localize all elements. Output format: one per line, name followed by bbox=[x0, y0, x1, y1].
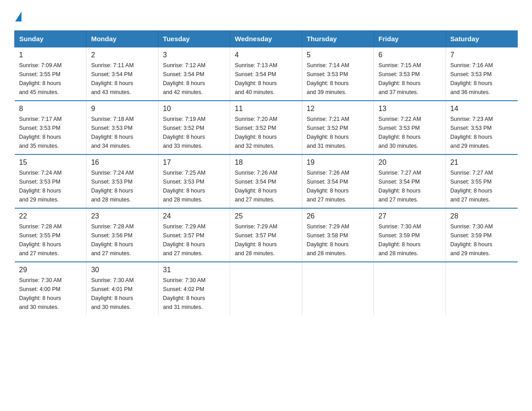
calendar-week-row: 15Sunrise: 7:24 AMSunset: 3:53 PMDayligh… bbox=[15, 154, 518, 208]
calendar-cell: 8Sunrise: 7:17 AMSunset: 3:53 PMDaylight… bbox=[15, 101, 86, 154]
calendar-cell: 29Sunrise: 7:30 AMSunset: 4:00 PMDayligh… bbox=[15, 262, 86, 315]
day-number: 13 bbox=[378, 105, 441, 113]
day-number: 15 bbox=[19, 158, 82, 167]
weekday-header-friday: Friday bbox=[374, 31, 446, 47]
day-info: Sunrise: 7:09 AMSunset: 3:55 PMDaylight:… bbox=[19, 62, 62, 95]
day-info: Sunrise: 7:30 AMSunset: 4:00 PMDaylight:… bbox=[19, 277, 62, 310]
calendar-cell: 26Sunrise: 7:29 AMSunset: 3:58 PMDayligh… bbox=[302, 208, 373, 262]
calendar-cell: 16Sunrise: 7:24 AMSunset: 3:53 PMDayligh… bbox=[86, 154, 158, 208]
calendar-cell: 28Sunrise: 7:30 AMSunset: 3:59 PMDayligh… bbox=[446, 208, 517, 262]
day-number: 21 bbox=[450, 158, 513, 167]
day-number: 8 bbox=[19, 105, 82, 113]
day-info: Sunrise: 7:27 AMSunset: 3:55 PMDaylight:… bbox=[450, 170, 493, 203]
day-info: Sunrise: 7:29 AMSunset: 3:57 PMDaylight:… bbox=[235, 223, 277, 257]
calendar-cell: 2Sunrise: 7:11 AMSunset: 3:54 PMDaylight… bbox=[86, 47, 158, 101]
day-info: Sunrise: 7:29 AMSunset: 3:58 PMDaylight:… bbox=[307, 223, 349, 257]
weekday-header-saturday: Saturday bbox=[446, 31, 517, 47]
day-info: Sunrise: 7:29 AMSunset: 3:57 PMDaylight:… bbox=[163, 223, 206, 257]
calendar-table: SundayMondayTuesdayWednesdayThursdayFrid… bbox=[14, 30, 518, 315]
day-number: 16 bbox=[91, 158, 153, 167]
day-number: 7 bbox=[450, 51, 513, 59]
day-info: Sunrise: 7:30 AMSunset: 3:59 PMDaylight:… bbox=[378, 223, 421, 257]
day-info: Sunrise: 7:19 AMSunset: 3:52 PMDaylight:… bbox=[163, 116, 206, 149]
day-info: Sunrise: 7:27 AMSunset: 3:54 PMDaylight:… bbox=[378, 170, 421, 203]
day-number: 12 bbox=[307, 105, 369, 113]
weekday-header-thursday: Thursday bbox=[302, 31, 373, 47]
calendar-cell: 21Sunrise: 7:27 AMSunset: 3:55 PMDayligh… bbox=[446, 154, 517, 208]
calendar-cell: 1Sunrise: 7:09 AMSunset: 3:55 PMDaylight… bbox=[15, 47, 86, 101]
calendar-cell: 14Sunrise: 7:23 AMSunset: 3:53 PMDayligh… bbox=[446, 101, 517, 154]
calendar-cell: 13Sunrise: 7:22 AMSunset: 3:53 PMDayligh… bbox=[374, 101, 446, 154]
logo bbox=[14, 11, 21, 21]
day-info: Sunrise: 7:24 AMSunset: 3:53 PMDaylight:… bbox=[19, 170, 62, 203]
calendar-cell: 19Sunrise: 7:26 AMSunset: 3:54 PMDayligh… bbox=[302, 154, 373, 208]
day-number: 24 bbox=[163, 212, 225, 220]
day-number: 14 bbox=[450, 105, 513, 113]
calendar-cell: 24Sunrise: 7:29 AMSunset: 3:57 PMDayligh… bbox=[158, 208, 230, 262]
calendar-cell: 27Sunrise: 7:30 AMSunset: 3:59 PMDayligh… bbox=[374, 208, 446, 262]
day-number: 19 bbox=[307, 158, 369, 167]
calendar-cell: 31Sunrise: 7:30 AMSunset: 4:02 PMDayligh… bbox=[158, 262, 230, 315]
day-info: Sunrise: 7:25 AMSunset: 3:53 PMDaylight:… bbox=[163, 170, 206, 203]
calendar-week-row: 29Sunrise: 7:30 AMSunset: 4:00 PMDayligh… bbox=[15, 262, 518, 315]
page-header bbox=[14, 11, 518, 21]
day-number: 11 bbox=[235, 105, 297, 113]
day-info: Sunrise: 7:30 AMSunset: 3:59 PMDaylight:… bbox=[450, 223, 493, 257]
calendar-cell bbox=[446, 262, 517, 315]
weekday-header-sunday: Sunday bbox=[15, 31, 86, 47]
day-number: 23 bbox=[91, 212, 153, 220]
day-info: Sunrise: 7:17 AMSunset: 3:53 PMDaylight:… bbox=[19, 116, 62, 149]
calendar-cell: 3Sunrise: 7:12 AMSunset: 3:54 PMDaylight… bbox=[158, 47, 230, 101]
calendar-cell: 12Sunrise: 7:21 AMSunset: 3:52 PMDayligh… bbox=[302, 101, 373, 154]
calendar-cell: 20Sunrise: 7:27 AMSunset: 3:54 PMDayligh… bbox=[374, 154, 446, 208]
calendar-cell: 4Sunrise: 7:13 AMSunset: 3:54 PMDaylight… bbox=[230, 47, 302, 101]
day-number: 10 bbox=[163, 105, 225, 113]
day-info: Sunrise: 7:18 AMSunset: 3:53 PMDaylight:… bbox=[91, 116, 133, 149]
calendar-cell: 5Sunrise: 7:14 AMSunset: 3:53 PMDaylight… bbox=[302, 47, 373, 101]
calendar-week-row: 8Sunrise: 7:17 AMSunset: 3:53 PMDaylight… bbox=[15, 101, 518, 154]
day-info: Sunrise: 7:26 AMSunset: 3:54 PMDaylight:… bbox=[235, 170, 277, 203]
day-info: Sunrise: 7:26 AMSunset: 3:54 PMDaylight:… bbox=[307, 170, 349, 203]
calendar-cell: 23Sunrise: 7:28 AMSunset: 3:56 PMDayligh… bbox=[86, 208, 158, 262]
day-info: Sunrise: 7:11 AMSunset: 3:54 PMDaylight:… bbox=[91, 62, 133, 95]
day-info: Sunrise: 7:30 AMSunset: 4:01 PMDaylight:… bbox=[91, 277, 133, 310]
day-number: 30 bbox=[91, 266, 153, 274]
day-number: 20 bbox=[378, 158, 441, 167]
day-number: 18 bbox=[235, 158, 297, 167]
calendar-week-row: 1Sunrise: 7:09 AMSunset: 3:55 PMDaylight… bbox=[15, 47, 518, 101]
day-number: 27 bbox=[378, 212, 441, 220]
calendar-cell bbox=[374, 262, 446, 315]
calendar-cell bbox=[230, 262, 302, 315]
day-number: 5 bbox=[307, 51, 369, 59]
calendar-cell: 10Sunrise: 7:19 AMSunset: 3:52 PMDayligh… bbox=[158, 101, 230, 154]
calendar-cell: 6Sunrise: 7:15 AMSunset: 3:53 PMDaylight… bbox=[374, 47, 446, 101]
day-number: 2 bbox=[91, 51, 153, 59]
day-info: Sunrise: 7:23 AMSunset: 3:53 PMDaylight:… bbox=[450, 116, 493, 149]
day-number: 17 bbox=[163, 158, 225, 167]
logo-triangle-icon bbox=[15, 12, 21, 21]
day-number: 31 bbox=[163, 266, 225, 274]
day-info: Sunrise: 7:15 AMSunset: 3:53 PMDaylight:… bbox=[378, 62, 421, 95]
day-number: 3 bbox=[163, 51, 225, 59]
day-info: Sunrise: 7:21 AMSunset: 3:52 PMDaylight:… bbox=[307, 116, 349, 149]
day-info: Sunrise: 7:13 AMSunset: 3:54 PMDaylight:… bbox=[235, 62, 277, 95]
day-info: Sunrise: 7:12 AMSunset: 3:54 PMDaylight:… bbox=[163, 62, 206, 95]
calendar-cell bbox=[302, 262, 373, 315]
day-info: Sunrise: 7:28 AMSunset: 3:56 PMDaylight:… bbox=[91, 223, 133, 257]
day-number: 4 bbox=[235, 51, 297, 59]
day-number: 25 bbox=[235, 212, 297, 220]
calendar-cell: 18Sunrise: 7:26 AMSunset: 3:54 PMDayligh… bbox=[230, 154, 302, 208]
day-number: 29 bbox=[19, 266, 82, 274]
day-info: Sunrise: 7:24 AMSunset: 3:53 PMDaylight:… bbox=[91, 170, 133, 203]
day-number: 26 bbox=[307, 212, 369, 220]
calendar-cell: 11Sunrise: 7:20 AMSunset: 3:52 PMDayligh… bbox=[230, 101, 302, 154]
weekday-header-wednesday: Wednesday bbox=[230, 31, 302, 47]
day-number: 22 bbox=[19, 212, 82, 220]
calendar-cell: 17Sunrise: 7:25 AMSunset: 3:53 PMDayligh… bbox=[158, 154, 230, 208]
weekday-header-tuesday: Tuesday bbox=[158, 31, 230, 47]
calendar-cell: 7Sunrise: 7:16 AMSunset: 3:53 PMDaylight… bbox=[446, 47, 517, 101]
day-number: 6 bbox=[378, 51, 441, 59]
day-info: Sunrise: 7:28 AMSunset: 3:55 PMDaylight:… bbox=[19, 223, 62, 257]
day-number: 9 bbox=[91, 105, 153, 113]
day-info: Sunrise: 7:16 AMSunset: 3:53 PMDaylight:… bbox=[450, 62, 493, 95]
